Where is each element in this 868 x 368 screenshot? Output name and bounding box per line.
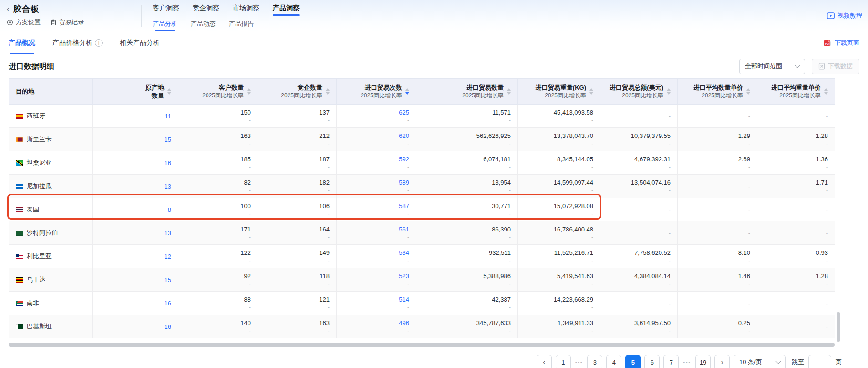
column-header-text: 原产地数量 <box>145 84 164 100</box>
download-page-button[interactable]: PDF 下载页面 <box>824 39 859 47</box>
trade_times-value[interactable]: 620 <box>343 132 409 140</box>
column-header-进口贸易数量[interactable]: 进口贸易数量2025同比增长率 <box>416 79 518 105</box>
nav-tab-客户洞察[interactable]: 客户洞察 <box>153 0 179 16</box>
sort-carets[interactable] <box>405 88 409 95</box>
page-button-6[interactable]: 6 <box>644 355 660 368</box>
sort-carets[interactable] <box>247 88 251 95</box>
origin-count-link[interactable]: 15 <box>99 276 171 284</box>
trade_times-value[interactable]: 625 <box>343 108 409 116</box>
trade_times-value[interactable]: 587 <box>343 202 409 210</box>
growth-rate-value: - <box>265 257 330 264</box>
cell-avg_qty_price: 1.29- <box>678 128 757 151</box>
column-header-进口平均数量单价[interactable]: 进口平均数量单价2025同比增长率 <box>678 79 757 105</box>
table-row-斯里兰卡: 斯里兰卡15163-212-620-562,626,925-13,378,043… <box>9 128 835 151</box>
column-header-进口贸易总额(美元)[interactable]: 进口贸易总额(美元)2025同比增长率 <box>600 79 678 105</box>
trade_times-value[interactable]: 561 <box>343 225 409 233</box>
sort-carets[interactable] <box>746 88 750 95</box>
sort-carets[interactable] <box>824 88 828 95</box>
cell-trade_weight: 11,525,216.71- <box>518 245 600 268</box>
subnav-tab-产品报告[interactable]: 产品报告 <box>229 16 254 31</box>
growth-rate-value: - <box>343 280 409 288</box>
trade_times-value[interactable]: 523 <box>343 272 409 280</box>
nav-tab-产品洞察[interactable]: 产品洞察 <box>273 0 300 16</box>
cell-trade_times: 561- <box>337 221 416 245</box>
column-sublabel: 2025同比增长率 <box>462 92 504 99</box>
time-range-select[interactable]: 全部时间范围 <box>739 59 805 74</box>
growth-rate-value: - <box>185 327 251 335</box>
cell-trade_times: 534- <box>337 245 416 268</box>
download-page-label: 下载页面 <box>835 39 859 47</box>
subnav-tab-产品分析[interactable]: 产品分析 <box>153 16 177 31</box>
destination-group: 南非 <box>16 299 85 307</box>
trade_times-value[interactable]: 592 <box>343 155 409 163</box>
column-header-进口平均重量单价[interactable]: 进口平均重量单价2025同比增长率 <box>757 79 835 105</box>
origin-count-link[interactable]: 13 <box>99 229 171 237</box>
growth-rate-value: - <box>764 257 828 264</box>
trade-records-button[interactable]: 贸易记录 <box>50 18 84 27</box>
tool-tab-相关产品分析[interactable]: 相关产品分析 <box>120 32 160 54</box>
info-icon[interactable]: i <box>95 39 103 47</box>
back-icon[interactable]: ‹ <box>7 3 10 15</box>
growth-rate-value: - <box>185 116 251 124</box>
table-row-坦桑尼亚: 坦桑尼亚16185-187-592-6,074,181-8,345,144.05… <box>9 151 835 175</box>
origin-count-link[interactable]: 16 <box>99 159 171 167</box>
column-header-进口贸易次数[interactable]: 进口贸易次数2025同比增长率 <box>337 79 416 105</box>
next-page-button[interactable]: › <box>714 355 730 368</box>
origin-count-link[interactable]: 8 <box>99 206 171 214</box>
page-button-1[interactable]: 1 <box>556 355 571 368</box>
page-button-3[interactable]: 3 <box>587 355 602 368</box>
origin-count-link[interactable]: 11 <box>99 112 171 120</box>
trade_qty-value: 6,074,181 <box>423 155 511 163</box>
trade_weight-value: 8,345,144.05 <box>525 155 593 163</box>
nav-tab-市场洞察[interactable]: 市场洞察 <box>233 0 259 16</box>
cell-customer_count: 185- <box>178 151 258 175</box>
origin-count-link[interactable]: 16 <box>99 323 171 331</box>
cell-destination: 沙特阿拉伯 <box>9 221 93 245</box>
cell-customer_count: 82- <box>178 175 258 198</box>
origin-count-link[interactable]: 16 <box>99 299 171 307</box>
growth-rate-value: - <box>764 280 828 288</box>
page-size-select[interactable]: 10 条/页 <box>734 355 786 368</box>
scheme-settings-button[interactable]: 方案设置 <box>7 18 41 27</box>
trade_times-value[interactable]: 589 <box>343 179 409 187</box>
column-header-进口贸易重量(KG)[interactable]: 进口贸易重量(KG)2025同比增长率 <box>518 79 600 105</box>
tool-tab-产品概况[interactable]: 产品概况 <box>9 32 35 54</box>
growth-rate-value: - <box>265 233 330 241</box>
origin-count-link[interactable]: 15 <box>99 136 171 144</box>
sort-carets[interactable] <box>326 88 330 95</box>
sort-carets[interactable] <box>507 88 511 95</box>
growth-rate-value: - <box>684 327 750 335</box>
trade_times-value[interactable]: 514 <box>343 295 409 304</box>
horizontal-scrollbar[interactable] <box>9 343 835 347</box>
page-button-7[interactable]: 7 <box>663 355 679 368</box>
origin-count-link[interactable]: 13 <box>99 182 171 190</box>
sort-carets[interactable] <box>589 88 593 95</box>
page-button-4[interactable]: 4 <box>606 355 621 368</box>
column-header-原产地[interactable]: 原产地数量 <box>93 79 178 105</box>
app-root: ‹ 胶合板 方案设置 贸易记录 客户洞察竞企洞察市场洞察产品洞察 产品分析产品动… <box>0 0 868 368</box>
trade_times-value[interactable]: 534 <box>343 249 409 257</box>
jump-page-input[interactable] <box>808 355 831 368</box>
column-header-客户数量[interactable]: 客户数量2025同比增长率 <box>178 79 258 105</box>
trade_weight-value: 5,419,541.63 <box>525 272 593 280</box>
column-header-竞企数量[interactable]: 竞企数量2025同比增长率 <box>258 79 337 105</box>
column-sublabel: 数量 <box>145 92 164 100</box>
nav-tab-竞企洞察[interactable]: 竞企洞察 <box>193 0 219 16</box>
column-header-inner: 进口平均重量单价2025同比增长率 <box>764 84 828 99</box>
trade_times-value[interactable]: 496 <box>343 319 409 327</box>
subnav-tab-产品动态[interactable]: 产品动态 <box>191 16 216 31</box>
vertical-scrollbar[interactable] <box>837 312 840 342</box>
page-button-5[interactable]: 5 <box>625 355 641 368</box>
download-data-button[interactable]: 下载数据 <box>812 59 859 74</box>
sort-carets[interactable] <box>667 88 671 95</box>
origin-count-link[interactable]: 12 <box>99 252 171 261</box>
sort-carets[interactable] <box>167 88 171 95</box>
tool-tab-产品价格分析[interactable]: 产品价格分析i <box>52 32 103 54</box>
video-tutorial-link[interactable]: 视频教程 <box>827 11 862 20</box>
empty-value: - <box>764 230 828 237</box>
avg_qty_price-value: 1.29 <box>684 132 750 140</box>
prev-page-button[interactable]: ‹ <box>537 355 552 368</box>
trade_weight-value: 14,223,668.29 <box>525 295 593 304</box>
page-button-19[interactable]: 19 <box>695 355 711 368</box>
table-row-利比里亚: 利比里亚12122-149-534-932,511-11,525,216.71-… <box>9 245 835 268</box>
